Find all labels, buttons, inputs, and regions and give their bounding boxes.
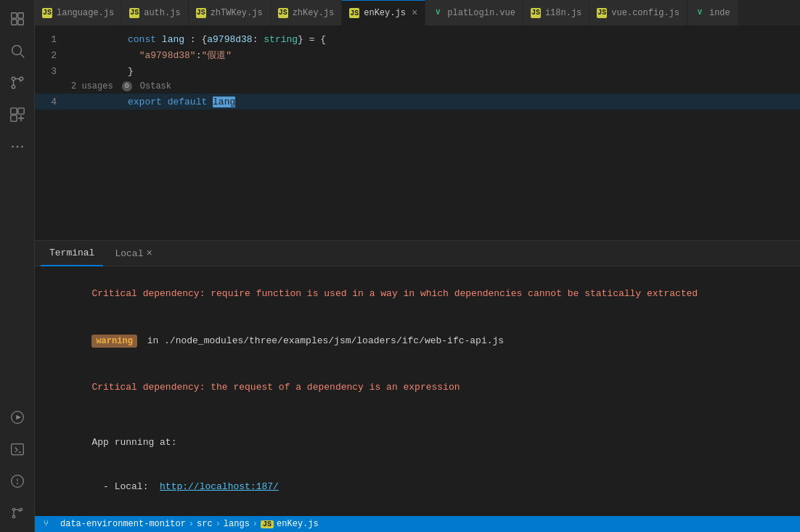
punct2: :: [253, 34, 264, 45]
tab-label-vue-config-js: vue.config.js: [611, 8, 679, 18]
tab-label-auth-js: auth.js: [144, 8, 180, 18]
panel-tab-terminal[interactable]: Terminal: [41, 241, 103, 266]
breadcrumb-part-1: src: [197, 519, 213, 529]
panel-tab-terminal-label: Terminal: [49, 247, 94, 258]
svg-point-14: [21, 146, 23, 148]
tab-label-zhKey-js: zhKey.js: [293, 8, 335, 18]
tab-label-language-js: language.js: [57, 8, 114, 18]
main-area: JS language.js JS auth.js JS zhTWKey.js …: [35, 0, 800, 532]
terminal-line-running: App running at:: [46, 421, 788, 465]
editor-area: 1 const lang : {a9798d38: string} = { 2 …: [35, 25, 800, 240]
git-icon[interactable]: [4, 500, 30, 526]
tab-zhKey-js[interactable]: JS zhKey.js: [271, 0, 343, 25]
punct3: } = {: [298, 34, 326, 45]
line-number-3: 3: [35, 66, 71, 77]
js-icon: JS: [42, 8, 52, 18]
tab-vue-config-js[interactable]: JS vue.config.js: [589, 0, 687, 25]
svg-point-7: [12, 85, 15, 89]
svg-point-12: [12, 146, 14, 148]
vue-icon: V: [433, 8, 443, 18]
closing-brace: }: [128, 66, 134, 77]
js-icon: JS: [531, 8, 541, 18]
local-url[interactable]: http://localhost:187/: [160, 481, 279, 492]
warning-badge: warning: [91, 335, 136, 348]
line-content-4: export default lang: [71, 86, 235, 118]
svg-rect-3: [17, 20, 23, 25]
tab-platLogin-vue[interactable]: V platLogin.vue: [425, 0, 523, 25]
tab-language-js[interactable]: JS language.js: [35, 0, 122, 25]
warning-path: in ./node_modules/three/examples/jsm/loa…: [142, 335, 504, 346]
svg-rect-9: [10, 108, 16, 114]
terminal-line-local: - Local: http://localhost:187/: [46, 465, 788, 509]
terminal-content[interactable]: Critical dependency: require function is…: [35, 266, 800, 516]
tab-label-zhTWKey-js: zhTWKey.js: [211, 8, 263, 18]
svg-rect-1: [17, 13, 23, 18]
line-number-4: 4: [35, 97, 71, 107]
more-icon[interactable]: [4, 134, 30, 160]
tab-zhTWKey-js[interactable]: JS zhTWKey.js: [189, 0, 271, 25]
js-icon: JS: [278, 8, 288, 18]
explorer-icon[interactable]: [4, 6, 30, 32]
local-label: - Local:: [91, 481, 160, 492]
line-content-3: }: [71, 55, 134, 88]
code-line-3: 3 }: [35, 63, 800, 79]
js-icon: JS: [349, 8, 359, 18]
code-editor[interactable]: 1 const lang : {a9798d38: string} = { 2 …: [35, 25, 800, 240]
breadcrumb-part-2: langs: [224, 519, 250, 529]
status-breadcrumb[interactable]: data-environment-monitor › src › langs ›…: [57, 519, 322, 529]
tab-label-i18n-js: i18n.js: [545, 8, 581, 18]
terminal-line-3: Critical dependency: the request of a de…: [46, 366, 788, 409]
status-git[interactable]: ⑂: [41, 519, 52, 529]
svg-rect-11: [10, 115, 16, 121]
source-control-icon[interactable]: [4, 70, 30, 96]
svg-line-5: [20, 54, 24, 57]
terminal-line-1: Critical dependency: require function is…: [46, 272, 788, 316]
tab-auth-js[interactable]: JS auth.js: [122, 0, 188, 25]
run-icon[interactable]: [4, 404, 30, 430]
svg-point-21: [17, 483, 17, 484]
activity-bar-bottom: [4, 404, 30, 532]
js-icon: JS: [196, 8, 206, 18]
status-bar: ⑂ data-environment-monitor › src › langs…: [35, 516, 800, 532]
svg-point-6: [12, 77, 15, 81]
terminal-text-3: Critical dependency: the request of a de…: [91, 382, 460, 393]
git-branch-icon: ⑂: [44, 519, 49, 529]
svg-marker-16: [16, 415, 21, 420]
vue-icon: V: [695, 8, 705, 18]
code-line-2: 2 "a9798d38":"假道": [35, 47, 800, 63]
terminal-icon[interactable]: [4, 436, 30, 462]
cursor-var-lang: lang: [213, 97, 235, 107]
terminal-line-network: - Network: http://192.168.2.122:187/: [46, 509, 788, 516]
tab-inde[interactable]: V inde: [687, 0, 738, 25]
search-icon[interactable]: [4, 38, 30, 64]
extensions-icon[interactable]: [4, 102, 30, 128]
type-string: string: [264, 34, 298, 45]
string-val: "假道": [201, 50, 232, 61]
tab-label-enKey-js: enKey.js: [364, 8, 406, 18]
breadcrumb-sep-0: ›: [189, 519, 194, 529]
svg-point-24: [20, 508, 22, 510]
problems-icon[interactable]: [4, 468, 30, 494]
terminal-text-1: Critical dependency: require function is…: [91, 288, 698, 299]
tab-label-inde: inde: [709, 8, 730, 18]
tab-bar: JS language.js JS auth.js JS zhTWKey.js …: [35, 0, 800, 25]
svg-point-22: [12, 508, 15, 510]
tab-enKey-js[interactable]: JS enKey.js ×: [342, 0, 425, 25]
string-key: "a9798d38": [139, 50, 196, 61]
breadcrumb-part-0: data-environment-monitor: [60, 519, 186, 529]
svg-point-13: [16, 146, 18, 148]
svg-rect-2: [11, 20, 16, 25]
terminal-line-2: warning in ./node_modules/three/examples…: [46, 319, 788, 362]
panel-tab-local[interactable]: Local ×: [106, 241, 160, 266]
tab-close-enKey-js[interactable]: ×: [412, 7, 417, 19]
panel-tab-bar: Terminal Local ×: [35, 241, 800, 266]
line-number-2: 2: [35, 50, 71, 61]
breadcrumb-sep-1: ›: [216, 519, 221, 529]
panel-tab-local-close[interactable]: ×: [146, 247, 152, 259]
svg-point-4: [12, 46, 21, 55]
breadcrumb-sep-2: ›: [253, 519, 258, 529]
tab-i18n-js[interactable]: JS i18n.js: [523, 0, 589, 25]
tab-label-platLogin-vue: platLogin.vue: [447, 8, 515, 18]
code-line-4: 4 export default lang: [35, 94, 800, 110]
app-running-label: App running at:: [91, 437, 176, 448]
